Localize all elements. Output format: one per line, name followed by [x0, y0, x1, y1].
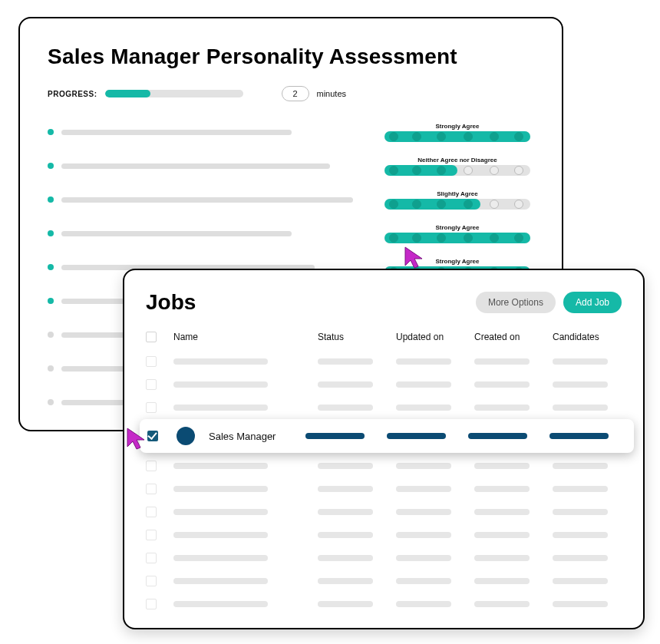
cell-placeholder: [396, 532, 451, 538]
question-text-placeholder: [61, 130, 292, 135]
column-name: Name: [173, 332, 309, 342]
cell-placeholder: [553, 486, 608, 492]
cell-placeholder: [396, 486, 451, 492]
cell-placeholder: [318, 532, 373, 538]
answer-block: Strongly Agree: [381, 123, 534, 142]
likert-scale[interactable]: [384, 199, 530, 210]
bullet-icon: [48, 399, 54, 405]
likert-scale[interactable]: [384, 233, 530, 243]
question-row: Neither Agree nor Disagree: [48, 149, 534, 183]
row-checkbox[interactable]: [146, 461, 157, 471]
answer-block: Slightly Agree: [381, 190, 534, 210]
column-candidates: Candidates: [553, 332, 622, 342]
table-row[interactable]: [146, 373, 622, 396]
row-checkbox[interactable]: [146, 507, 157, 517]
row-checkbox[interactable]: [146, 379, 157, 390]
answer-block: Neither Agree nor Disagree: [381, 157, 534, 176]
row-checkbox[interactable]: [146, 484, 157, 494]
cell-placeholder: [318, 578, 373, 584]
table-row-selected[interactable]: Sales Manager: [140, 419, 634, 453]
cell-name-placeholder: [173, 463, 268, 469]
cell-placeholder: [318, 601, 373, 607]
jobs-card: Jobs More Options Add Job Name Status Up…: [123, 269, 645, 629]
jobs-title: Jobs: [146, 290, 196, 315]
bullet-icon: [48, 197, 54, 203]
cell-name-placeholder: [173, 578, 268, 584]
cell-placeholder: [474, 555, 530, 561]
cell-placeholder: [396, 381, 451, 388]
cell-placeholder: [318, 509, 373, 515]
bullet-icon: [48, 365, 54, 372]
row-checkbox[interactable]: [146, 599, 157, 609]
likert-scale[interactable]: [384, 131, 530, 142]
table-header: Name Status Updated on Created on Candid…: [146, 329, 622, 350]
cell-placeholder: [387, 433, 446, 439]
question-text-placeholder: [61, 163, 330, 169]
cell-placeholder: [474, 463, 530, 469]
cell-placeholder: [396, 358, 451, 365]
cell-placeholder: [474, 532, 530, 538]
cell-placeholder: [396, 405, 451, 411]
row-checkbox[interactable]: [146, 356, 157, 367]
select-all-checkbox[interactable]: [146, 332, 157, 342]
add-job-button[interactable]: Add Job: [563, 292, 622, 313]
cell-placeholder: [474, 381, 530, 388]
jobs-table-body: Sales Manager: [146, 350, 622, 616]
cell-name-placeholder: [173, 555, 268, 561]
bullet-icon: [48, 264, 54, 270]
cell-placeholder: [474, 358, 530, 365]
row-checkbox[interactable]: [146, 576, 157, 586]
column-created: Created on: [474, 332, 543, 342]
row-checkbox[interactable]: [146, 553, 157, 563]
row-checkbox[interactable]: [146, 402, 157, 413]
cell-placeholder: [318, 358, 373, 365]
cell-placeholder: [553, 555, 608, 561]
table-row[interactable]: [146, 570, 622, 593]
cell-placeholder: [549, 433, 609, 439]
cell-placeholder: [305, 433, 365, 439]
cell-placeholder: [318, 463, 373, 469]
table-row[interactable]: [146, 350, 622, 373]
cell-placeholder: [396, 555, 451, 561]
row-name: Sales Manager: [209, 431, 298, 442]
cell-name-placeholder: [173, 358, 268, 365]
more-options-button[interactable]: More Options: [476, 292, 556, 313]
table-row[interactable]: [146, 523, 622, 547]
row-checkbox[interactable]: [146, 530, 157, 540]
bullet-icon: [48, 230, 54, 236]
cell-placeholder: [318, 405, 373, 411]
column-status: Status: [318, 332, 387, 342]
table-row[interactable]: [146, 477, 622, 500]
cell-placeholder: [553, 358, 608, 365]
answer-label: Slightly Agree: [437, 190, 478, 197]
question-text-placeholder: [61, 231, 292, 236]
page-title: Sales Manager Personality Assessment: [48, 45, 534, 69]
table-row[interactable]: [146, 454, 622, 477]
row-checkbox-checked[interactable]: [147, 431, 158, 441]
cell-placeholder: [553, 405, 608, 411]
bullet-icon: [48, 298, 54, 304]
progress-row: PROGRESS: 2 minutes: [48, 86, 534, 101]
answer-label: Strongly Agree: [435, 224, 479, 231]
cell-placeholder: [474, 486, 530, 492]
jobs-actions: More Options Add Job: [476, 292, 622, 313]
question-row: Slightly Agree: [48, 183, 534, 216]
avatar-icon: [177, 427, 195, 445]
table-row[interactable]: [146, 593, 622, 616]
cell-placeholder: [553, 532, 608, 538]
table-row[interactable]: [146, 500, 622, 523]
table-row[interactable]: [146, 396, 622, 419]
answer-block: Strongly Agree: [381, 224, 534, 243]
progress-label: PROGRESS:: [48, 90, 97, 98]
cell-placeholder: [396, 463, 451, 469]
question-text-placeholder: [61, 197, 353, 203]
progress-track: [105, 90, 243, 97]
cell-name-placeholder: [173, 601, 268, 607]
cell-placeholder: [553, 381, 608, 388]
likert-scale[interactable]: [384, 165, 530, 176]
table-row[interactable]: [146, 547, 622, 570]
cell-placeholder: [474, 601, 530, 607]
cell-placeholder: [553, 601, 608, 607]
cell-placeholder: [468, 433, 527, 439]
cell-placeholder: [553, 509, 608, 515]
